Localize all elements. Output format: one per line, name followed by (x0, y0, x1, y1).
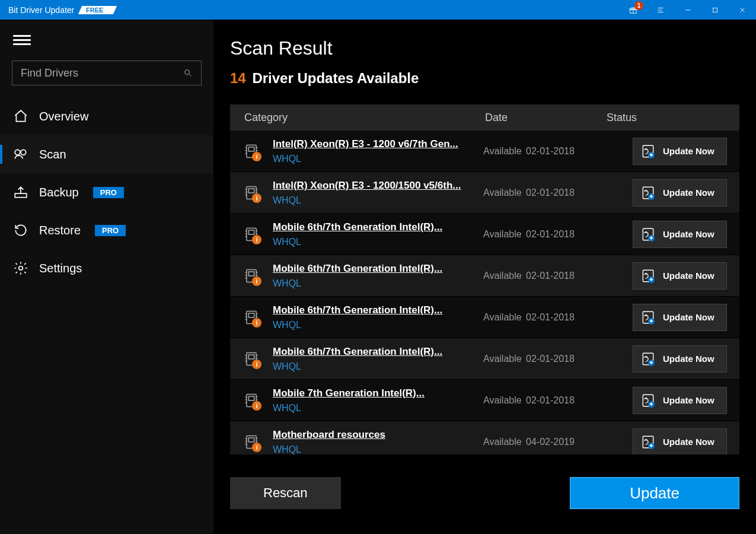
device-icon: i (230, 351, 273, 367)
updates-count: 14 (230, 70, 246, 86)
app-title: Bit Driver Updater (0, 5, 74, 15)
driver-date: 02-01-2018 (526, 271, 633, 281)
table-header: Category Date Status (230, 104, 739, 131)
minimize-button[interactable] (674, 0, 701, 20)
updates-subtitle: 14 Driver Updates Available (230, 70, 739, 87)
close-button[interactable] (729, 0, 756, 20)
svg-point-10 (19, 266, 23, 271)
svg-rect-42 (248, 272, 254, 276)
sidebar-item-backup[interactable]: Backup PRO (0, 173, 213, 211)
driver-name[interactable]: Mobile 6th/7th Generation Intel(R)... (273, 304, 483, 316)
driver-date: 02-01-2018 (526, 354, 633, 364)
sidebar-item-restore[interactable]: Restore PRO (0, 211, 213, 249)
device-icon: i (230, 434, 273, 450)
update-now-button[interactable]: Update Now (633, 138, 727, 165)
free-badge: FREE (78, 6, 117, 14)
device-icon: i (230, 226, 273, 243)
info-dot-icon: i (252, 360, 261, 369)
device-icon: i (230, 392, 273, 409)
rescan-button[interactable]: Rescan (230, 477, 341, 509)
info-dot-icon: i (252, 443, 261, 452)
info-dot-icon: i (252, 152, 261, 161)
sidebar-item-overview[interactable]: Overview (0, 97, 213, 135)
svg-rect-62 (248, 355, 254, 359)
backup-icon (13, 185, 28, 200)
driver-name[interactable]: Intel(R) Xeon(R) E3 - 1200 v6/7th Gen... (273, 138, 483, 150)
driver-date: 02-01-2018 (526, 187, 633, 198)
sidebar: Find Drivers Overview Scan Backup PRO Re… (0, 20, 213, 534)
update-now-button[interactable]: Update Now (633, 428, 727, 455)
svg-point-7 (15, 150, 20, 155)
available-label: Available (483, 354, 526, 364)
search-input[interactable]: Find Drivers (12, 61, 202, 85)
gift-icon[interactable]: 1 (620, 0, 647, 20)
table-row: iMobile 6th/7th Generation Intel(R)...WH… (230, 297, 739, 338)
driver-date: 02-01-2018 (526, 229, 633, 240)
available-label: Available (483, 437, 526, 447)
driver-table: Category Date Status iIntel(R) Xeon(R) E… (230, 104, 739, 454)
driver-name[interactable]: Mobile 6th/7th Generation Intel(R)... (273, 221, 483, 233)
whql-label: WHQL (273, 403, 483, 414)
sidebar-item-label: Overview (39, 110, 88, 123)
table-row: iMobile 6th/7th Generation Intel(R)...WH… (230, 338, 739, 380)
device-icon: i (230, 185, 273, 201)
info-dot-icon: i (252, 401, 261, 411)
table-body[interactable]: iIntel(R) Xeon(R) E3 - 1200 v6/7th Gen..… (230, 131, 739, 454)
driver-name[interactable]: Mobile 6th/7th Generation Intel(R)... (273, 263, 483, 275)
restore-icon (13, 223, 28, 238)
table-row: iIntel(R) Xeon(R) E3 - 1200 v6/7th Gen..… (230, 131, 739, 172)
svg-line-6 (189, 74, 191, 76)
driver-name[interactable]: Mobile 7th Generation Intel(R)... (273, 387, 483, 399)
info-dot-icon: i (252, 193, 261, 203)
svg-rect-4 (713, 8, 717, 12)
available-label: Available (483, 146, 526, 157)
whql-label: WHQL (273, 154, 483, 164)
whql-label: WHQL (273, 237, 483, 247)
driver-name[interactable]: Motherboard resources (273, 429, 483, 441)
sidebar-item-label: Settings (39, 262, 82, 275)
gear-icon (13, 260, 28, 276)
svg-point-8 (21, 150, 26, 155)
hamburger-icon[interactable] (13, 33, 31, 47)
update-now-button[interactable]: Update Now (633, 221, 727, 248)
update-now-button[interactable]: Update Now (633, 345, 727, 373)
gift-badge: 1 (634, 1, 643, 10)
available-label: Available (483, 187, 526, 198)
update-now-button[interactable]: Update Now (633, 387, 727, 414)
sidebar-item-settings[interactable]: Settings (0, 249, 213, 287)
driver-name[interactable]: Intel(R) Xeon(R) E3 - 1200/1500 v5/6th..… (273, 180, 483, 192)
table-row: iMotherboard resourcesWHQLAvailable04-02… (230, 421, 739, 454)
pro-badge: PRO (93, 187, 124, 198)
table-row: iMobile 6th/7th Generation Intel(R)...WH… (230, 214, 739, 255)
table-row: iIntel(R) Xeon(R) E3 - 1200/1500 v5/6th.… (230, 172, 739, 214)
available-label: Available (483, 271, 526, 281)
update-button[interactable]: Update (570, 477, 739, 509)
sidebar-item-label: Restore (39, 224, 81, 237)
update-now-button[interactable]: Update Now (633, 179, 727, 206)
sidebar-item-label: Backup (39, 186, 79, 199)
update-now-button[interactable]: Update Now (633, 304, 727, 331)
device-icon: i (230, 143, 273, 160)
available-label: Available (483, 229, 526, 240)
svg-rect-12 (248, 147, 254, 151)
available-label: Available (483, 312, 526, 323)
pro-badge: PRO (95, 225, 126, 236)
sidebar-item-label: Scan (39, 148, 66, 161)
update-now-button[interactable]: Update Now (633, 262, 727, 290)
driver-name[interactable]: Mobile 6th/7th Generation Intel(R)... (273, 346, 483, 358)
maximize-button[interactable] (701, 0, 729, 20)
menu-icon[interactable] (647, 0, 674, 20)
whql-label: WHQL (273, 195, 483, 206)
driver-date: 02-01-2018 (526, 146, 633, 157)
col-status: Status (607, 112, 739, 124)
svg-rect-22 (248, 189, 254, 193)
svg-rect-82 (248, 438, 254, 442)
whql-label: WHQL (273, 278, 483, 289)
table-row: iMobile 6th/7th Generation Intel(R)...WH… (230, 255, 739, 297)
titlebar: Bit Driver Updater FREE 1 (0, 0, 756, 20)
info-dot-icon: i (252, 235, 261, 244)
svg-rect-9 (15, 193, 27, 198)
sidebar-item-scan[interactable]: Scan (0, 135, 213, 173)
device-icon: i (230, 309, 273, 326)
main-content: Scan Result 14 Driver Updates Available … (213, 20, 756, 534)
